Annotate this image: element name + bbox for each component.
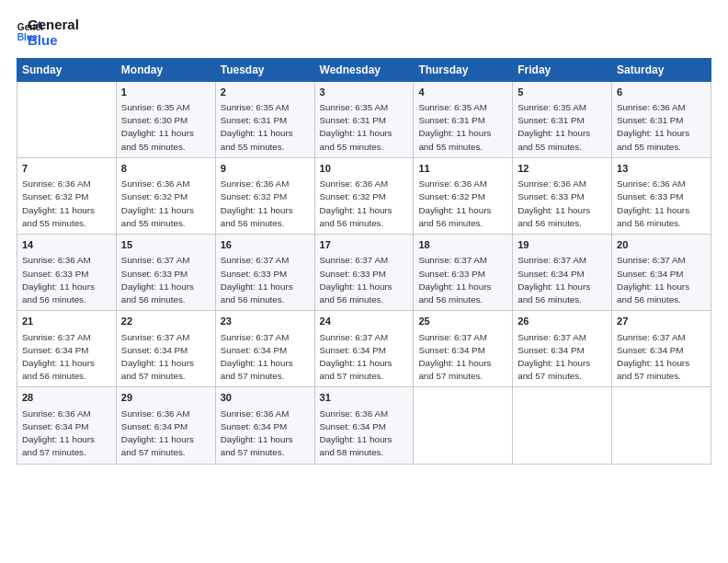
- col-header-tuesday: Tuesday: [215, 58, 314, 81]
- day-number: 1: [121, 86, 210, 99]
- day-info: Sunrise: 6:35 AM Sunset: 6:31 PM Dayligh…: [221, 101, 310, 154]
- logo-general: General: [28, 17, 79, 32]
- day-info: Sunrise: 6:36 AM Sunset: 6:34 PM Dayligh…: [121, 408, 210, 460]
- calendar-cell: 9Sunrise: 6:36 AM Sunset: 6:32 PM Daylig…: [215, 157, 314, 234]
- day-number: 29: [121, 391, 210, 405]
- calendar-cell: 25Sunrise: 6:37 AM Sunset: 6:34 PM Dayli…: [414, 311, 513, 387]
- day-number: 7: [22, 162, 111, 176]
- calendar-cell: 24Sunrise: 6:37 AM Sunset: 6:34 PM Dayli…: [314, 311, 414, 387]
- week-row-4: 21Sunrise: 6:37 AM Sunset: 6:34 PM Dayli…: [17, 311, 711, 387]
- day-info: Sunrise: 6:35 AM Sunset: 6:31 PM Dayligh…: [518, 101, 607, 154]
- day-info: Sunrise: 6:36 AM Sunset: 6:34 PM Dayligh…: [221, 408, 310, 460]
- day-number: 22: [121, 315, 210, 328]
- calendar-cell: 31Sunrise: 6:36 AM Sunset: 6:34 PM Dayli…: [314, 387, 414, 464]
- calendar-cell: 27Sunrise: 6:37 AM Sunset: 6:34 PM Dayli…: [612, 311, 711, 387]
- day-number: 14: [22, 238, 111, 252]
- col-header-saturday: Saturday: [612, 58, 711, 81]
- day-info: Sunrise: 6:37 AM Sunset: 6:33 PM Dayligh…: [418, 254, 507, 306]
- calendar-cell: 15Sunrise: 6:37 AM Sunset: 6:33 PM Dayli…: [116, 234, 215, 310]
- calendar-cell: 14Sunrise: 6:36 AM Sunset: 6:33 PM Dayli…: [17, 234, 117, 310]
- day-info: Sunrise: 6:37 AM Sunset: 6:34 PM Dayligh…: [617, 254, 706, 306]
- day-info: Sunrise: 6:36 AM Sunset: 6:32 PM Dayligh…: [221, 178, 310, 230]
- calendar-cell: 23Sunrise: 6:37 AM Sunset: 6:34 PM Dayli…: [215, 311, 314, 387]
- calendar-cell: 26Sunrise: 6:37 AM Sunset: 6:34 PM Dayli…: [513, 311, 612, 387]
- day-info: Sunrise: 6:37 AM Sunset: 6:33 PM Dayligh…: [320, 254, 409, 306]
- calendar-cell: 4Sunrise: 6:35 AM Sunset: 6:31 PM Daylig…: [414, 81, 513, 157]
- day-info: Sunrise: 6:37 AM Sunset: 6:34 PM Dayligh…: [121, 331, 210, 384]
- col-header-thursday: Thursday: [414, 58, 513, 81]
- day-number: 2: [221, 86, 310, 99]
- day-info: Sunrise: 6:37 AM Sunset: 6:34 PM Dayligh…: [617, 331, 706, 384]
- day-number: 4: [418, 86, 507, 99]
- calendar-cell: [17, 81, 117, 157]
- page-header: General Blue General Blue: [17, 17, 711, 49]
- calendar-cell: 20Sunrise: 6:37 AM Sunset: 6:34 PM Dayli…: [612, 234, 711, 310]
- calendar-cell: [414, 387, 513, 464]
- calendar-cell: 13Sunrise: 6:36 AM Sunset: 6:33 PM Dayli…: [612, 157, 711, 234]
- logo-blue: Blue: [28, 32, 79, 48]
- day-info: Sunrise: 6:37 AM Sunset: 6:34 PM Dayligh…: [418, 331, 507, 384]
- day-number: 23: [221, 315, 310, 328]
- calendar-cell: 5Sunrise: 6:35 AM Sunset: 6:31 PM Daylig…: [513, 81, 612, 157]
- logo: General Blue General Blue: [17, 17, 79, 49]
- calendar-cell: 12Sunrise: 6:36 AM Sunset: 6:33 PM Dayli…: [513, 157, 612, 234]
- col-header-friday: Friday: [513, 58, 612, 81]
- day-info: Sunrise: 6:36 AM Sunset: 6:33 PM Dayligh…: [22, 254, 111, 306]
- header-row: SundayMondayTuesdayWednesdayThursdayFrid…: [17, 58, 711, 81]
- day-number: 21: [22, 315, 111, 328]
- calendar-cell: 10Sunrise: 6:36 AM Sunset: 6:32 PM Dayli…: [314, 157, 414, 234]
- week-row-5: 28Sunrise: 6:36 AM Sunset: 6:34 PM Dayli…: [17, 387, 711, 464]
- col-header-monday: Monday: [116, 58, 215, 81]
- day-info: Sunrise: 6:36 AM Sunset: 6:34 PM Dayligh…: [320, 408, 409, 460]
- day-info: Sunrise: 6:36 AM Sunset: 6:33 PM Dayligh…: [518, 178, 607, 230]
- day-info: Sunrise: 6:36 AM Sunset: 6:32 PM Dayligh…: [320, 178, 409, 230]
- day-number: 18: [418, 238, 507, 252]
- calendar-cell: 30Sunrise: 6:36 AM Sunset: 6:34 PM Dayli…: [215, 387, 314, 464]
- calendar-cell: 11Sunrise: 6:36 AM Sunset: 6:32 PM Dayli…: [414, 157, 513, 234]
- col-header-sunday: Sunday: [17, 58, 117, 81]
- calendar-page: General Blue General Blue SundayMondayTu…: [0, 0, 728, 563]
- calendar-cell: 19Sunrise: 6:37 AM Sunset: 6:34 PM Dayli…: [513, 234, 612, 310]
- calendar-cell: 21Sunrise: 6:37 AM Sunset: 6:34 PM Dayli…: [17, 311, 117, 387]
- calendar-cell: 18Sunrise: 6:37 AM Sunset: 6:33 PM Dayli…: [414, 234, 513, 310]
- day-info: Sunrise: 6:37 AM Sunset: 6:33 PM Dayligh…: [121, 254, 210, 306]
- day-info: Sunrise: 6:35 AM Sunset: 6:31 PM Dayligh…: [320, 101, 409, 154]
- day-number: 31: [320, 391, 409, 405]
- day-number: 27: [617, 315, 706, 328]
- day-number: 3: [320, 86, 409, 99]
- calendar-cell: 3Sunrise: 6:35 AM Sunset: 6:31 PM Daylig…: [314, 81, 414, 157]
- calendar-cell: [513, 387, 612, 464]
- day-number: 10: [320, 162, 409, 176]
- day-info: Sunrise: 6:36 AM Sunset: 6:32 PM Dayligh…: [418, 178, 507, 230]
- day-number: 5: [518, 86, 607, 99]
- day-info: Sunrise: 6:36 AM Sunset: 6:31 PM Dayligh…: [617, 101, 706, 154]
- calendar-cell: 22Sunrise: 6:37 AM Sunset: 6:34 PM Dayli…: [116, 311, 215, 387]
- day-number: 13: [617, 162, 706, 176]
- day-info: Sunrise: 6:36 AM Sunset: 6:33 PM Dayligh…: [617, 178, 706, 230]
- day-number: 17: [320, 238, 409, 252]
- day-number: 19: [518, 238, 607, 252]
- col-header-wednesday: Wednesday: [314, 58, 414, 81]
- day-info: Sunrise: 6:37 AM Sunset: 6:34 PM Dayligh…: [518, 254, 607, 306]
- day-number: 8: [121, 162, 210, 176]
- week-row-3: 14Sunrise: 6:36 AM Sunset: 6:33 PM Dayli…: [17, 234, 711, 310]
- day-info: Sunrise: 6:35 AM Sunset: 6:31 PM Dayligh…: [418, 101, 507, 154]
- calendar-table: SundayMondayTuesdayWednesdayThursdayFrid…: [17, 58, 711, 465]
- day-number: 6: [617, 86, 706, 99]
- day-number: 20: [617, 238, 706, 252]
- day-info: Sunrise: 6:37 AM Sunset: 6:33 PM Dayligh…: [221, 254, 310, 306]
- day-number: 24: [320, 315, 409, 328]
- day-number: 16: [221, 238, 310, 252]
- day-number: 15: [121, 238, 210, 252]
- day-number: 11: [418, 162, 507, 176]
- day-info: Sunrise: 6:36 AM Sunset: 6:32 PM Dayligh…: [121, 178, 210, 230]
- day-info: Sunrise: 6:37 AM Sunset: 6:34 PM Dayligh…: [320, 331, 409, 384]
- calendar-cell: 16Sunrise: 6:37 AM Sunset: 6:33 PM Dayli…: [215, 234, 314, 310]
- day-number: 26: [518, 315, 607, 328]
- calendar-cell: 17Sunrise: 6:37 AM Sunset: 6:33 PM Dayli…: [314, 234, 414, 310]
- calendar-cell: 29Sunrise: 6:36 AM Sunset: 6:34 PM Dayli…: [116, 387, 215, 464]
- day-info: Sunrise: 6:36 AM Sunset: 6:32 PM Dayligh…: [22, 178, 111, 230]
- calendar-cell: 6Sunrise: 6:36 AM Sunset: 6:31 PM Daylig…: [612, 81, 711, 157]
- calendar-cell: 28Sunrise: 6:36 AM Sunset: 6:34 PM Dayli…: [17, 387, 117, 464]
- day-number: 25: [418, 315, 507, 328]
